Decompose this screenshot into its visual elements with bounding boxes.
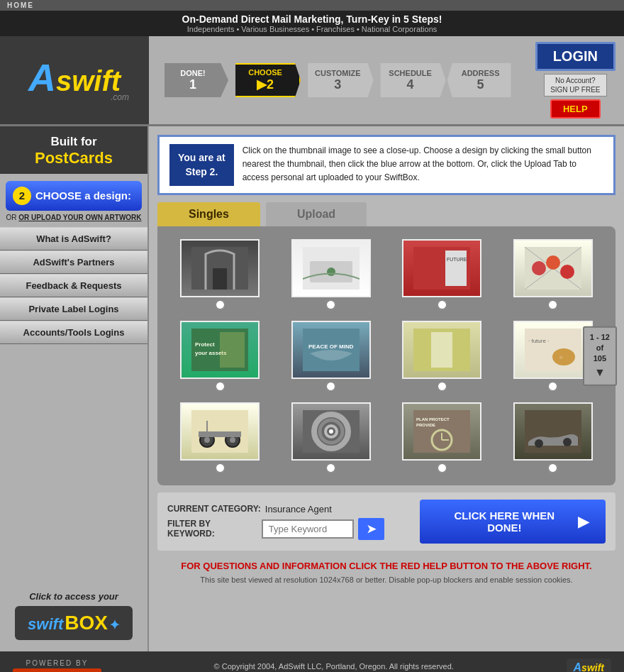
tab-upload[interactable]: Upload <box>266 202 367 226</box>
design-radio-3[interactable] <box>438 300 447 309</box>
svg-point-30 <box>230 437 235 443</box>
design-radio-12[interactable] <box>548 463 557 473</box>
sidebar-item-what[interactable]: What is AdSwift? <box>0 227 147 250</box>
footer-adswift-logo[interactable]: Aswift .com <box>567 659 611 672</box>
design-thumb-7[interactable] <box>402 321 481 379</box>
swiftbox-logo[interactable]: swift BOX ✦ <box>15 606 133 640</box>
design-item-7 <box>392 321 492 391</box>
design-radio-7[interactable] <box>438 382 447 391</box>
design-thumb-8[interactable]: · future ·☆ <box>513 321 593 379</box>
step-4[interactable]: SCHEDULE 4 <box>375 63 446 97</box>
svg-point-28 <box>204 437 210 443</box>
help-button[interactable]: HELP <box>550 99 601 119</box>
svg-rect-17 <box>220 332 245 368</box>
design-thumb-4[interactable] <box>513 239 593 297</box>
keyword-submit-button[interactable]: ➤ <box>358 518 384 540</box>
design-radio-9[interactable] <box>216 463 225 473</box>
step-4-num: 4 <box>407 77 414 92</box>
sidebar-item-feedback[interactable]: Feedback & Requests <box>0 274 147 297</box>
design-thumb-11[interactable]: PLAN PROTECTPROVIDE <box>402 402 481 461</box>
step-5-label: ADDRESS <box>462 69 500 77</box>
svg-rect-21 <box>431 332 452 368</box>
step-5[interactable]: ADDRESS 5 <box>447 63 511 97</box>
done-button[interactable]: CLICK HERE WHEN DONE! ▶ <box>420 500 606 544</box>
design-thumb-9[interactable] <box>180 402 260 461</box>
design-radio-1[interactable] <box>216 300 225 309</box>
design-radio-4[interactable] <box>548 300 557 309</box>
svg-point-11 <box>532 261 546 275</box>
design-item-12 <box>503 402 603 473</box>
svg-point-37 <box>329 429 333 434</box>
step-3-label: CUSTOMIZE <box>315 69 361 77</box>
design-radio-8[interactable] <box>548 382 557 391</box>
login-button[interactable]: LOGIN <box>535 42 615 71</box>
sidebar-item-accounts[interactable]: Accounts/Tools Logins <box>0 321 147 344</box>
no-account-text: No Account? <box>550 76 600 85</box>
svg-rect-38 <box>413 410 470 453</box>
header-subtitle: Independents • Various Businesses • Fran… <box>0 25 624 33</box>
postcards-label: PostCards <box>35 149 113 167</box>
login-area: LOGIN No Account? SIGN UP FREE HELP <box>527 36 624 124</box>
logo-com: .com <box>111 92 129 102</box>
powered-by-label: POWERED BY <box>26 659 89 667</box>
filter-row: FILTER BY KEYWORD: ➤ <box>167 518 384 540</box>
design-thumb-12[interactable] <box>513 402 593 461</box>
step-3[interactable]: CUSTOMIZE 3 <box>302 63 374 97</box>
design-radio-5[interactable] <box>216 382 225 391</box>
sidebar-header: Built for PostCards <box>0 126 147 174</box>
svg-rect-44 <box>525 410 581 453</box>
footer-copyright: © Copyright 2004, AdSwift LLC, Portland,… <box>116 662 552 671</box>
main-layout: Built for PostCards 2 CHOOSE a design: O… <box>0 126 624 651</box>
logo-a: A <box>28 58 56 97</box>
done-btn-label: CLICK HERE WHEN DONE! <box>437 509 572 534</box>
step-2-num: ▶2 <box>257 77 274 92</box>
nav-bar: A swift .com DONE! 1 CHOOSE ▶2 CUSTOMIZE… <box>0 36 624 126</box>
svg-text:☆: ☆ <box>559 355 563 360</box>
design-thumb-5[interactable]: Protectyour assets <box>180 321 260 379</box>
logo-line: A swift <box>28 58 121 97</box>
footer-center: © Copyright 2004, AdSwift LLC, Portland,… <box>101 662 567 672</box>
no-account-area[interactable]: No Account? SIGN UP FREE <box>544 74 606 97</box>
design-radio-10[interactable] <box>326 463 335 473</box>
design-radio-11[interactable] <box>438 463 447 473</box>
upload-link[interactable]: OR OR UPLOAD YOUR OWN ARTWORK <box>0 211 147 227</box>
svg-point-24 <box>552 348 575 365</box>
category-value: Insurance Agent <box>265 504 332 514</box>
svg-text:PLAN PROTECT: PLAN PROTECT <box>416 417 450 422</box>
design-grid-container: 1 - 12of105 ▼ <box>157 226 615 485</box>
choose-design-button[interactable]: 2 CHOOSE a design: <box>6 181 142 211</box>
pagination-badge[interactable]: 1 - 12of105 ▼ <box>583 326 617 386</box>
step-1[interactable]: DONE! 1 <box>165 63 228 97</box>
step-2[interactable]: CHOOSE ▶2 <box>230 63 301 97</box>
keyword-input[interactable] <box>262 519 354 539</box>
step-1-label: DONE! <box>180 69 205 77</box>
tabs-bar: Singles Upload <box>157 202 615 226</box>
done-btn-arrow: ▶ <box>578 513 589 530</box>
design-item-2 <box>282 239 381 309</box>
tab-singles[interactable]: Singles <box>157 202 260 226</box>
design-thumb-1[interactable] <box>180 239 260 297</box>
footer-small: This site best viewed at resolution 1024… <box>157 575 615 584</box>
info-text: Click on the thumbnail image to see a cl… <box>243 144 603 185</box>
step-2-label: CHOOSE <box>248 68 282 77</box>
step-5-num: 5 <box>477 77 484 92</box>
design-thumb-3[interactable]: FUTURE <box>402 239 481 297</box>
design-thumb-6[interactable]: PEACE OF MIND <box>291 321 371 379</box>
page-footer: POWERED BY expresscopy.com © Copyright 2… <box>0 651 624 672</box>
design-radio-6[interactable] <box>326 382 335 391</box>
category-row: CURRENT CATEGORY: Insurance Agent <box>167 504 384 514</box>
steps-area: DONE! 1 CHOOSE ▶2 CUSTOMIZE 3 SCHEDULE 4… <box>149 36 527 124</box>
design-radio-2[interactable] <box>326 300 335 309</box>
design-thumb-2[interactable] <box>291 239 371 297</box>
sidebar-item-private-label[interactable]: Private Label Logins <box>0 297 147 321</box>
sidebar-item-partners[interactable]: AdSwift's Partners <box>0 250 147 274</box>
design-item-11: PLAN PROTECTPROVIDE <box>392 402 492 473</box>
step-4-label: SCHEDULE <box>389 69 432 77</box>
design-item-9 <box>170 402 270 473</box>
step-1-num: 1 <box>189 77 196 92</box>
home-badge: HOME <box>0 0 624 11</box>
design-thumb-10[interactable] <box>291 402 371 461</box>
header-tagline: On-Demand Direct Mail Marketing, Turn-Ke… <box>0 13 624 25</box>
svg-point-45 <box>535 439 543 448</box>
design-item-4 <box>503 239 603 309</box>
